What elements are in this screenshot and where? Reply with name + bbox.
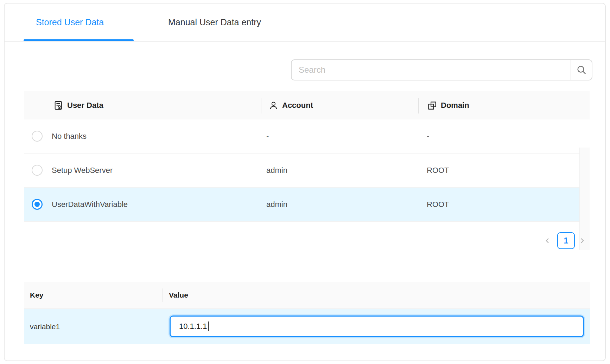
table-body: No thanks - - Setup WebServer admin ROOT… — [24, 119, 590, 222]
user-data-cell: No thanks — [52, 119, 87, 153]
user-data-cell: Setup WebServer — [52, 154, 113, 187]
column-divider — [261, 98, 261, 113]
value-input[interactable]: 10.1.1.1 — [170, 316, 584, 337]
tab-stored-user-data[interactable]: Stored User Data — [36, 4, 104, 41]
column-header-account: Account — [269, 91, 313, 119]
text-cursor — [208, 321, 209, 331]
domain-cell: ROOT — [427, 154, 449, 187]
chevron-right-icon — [578, 237, 586, 245]
chevron-left-icon — [544, 237, 551, 245]
key-cell: variable1 — [30, 309, 60, 344]
table-row-no-thanks[interactable]: No thanks - - — [24, 119, 579, 154]
value-input-text: 10.1.1.1 — [179, 322, 207, 331]
column-header-domain: Domain — [427, 91, 469, 119]
user-data-table: User Data Account Domain — [24, 91, 590, 222]
user-data-cell: UserDataWithVariable — [52, 188, 128, 221]
column-header-value: Value — [169, 282, 188, 308]
column-divider — [163, 288, 163, 302]
search-input[interactable] — [291, 59, 571, 80]
radio-button[interactable] — [32, 165, 43, 176]
search-icon — [576, 64, 587, 76]
tab-label: Stored User Data — [36, 17, 104, 27]
block-icon — [427, 101, 437, 110]
column-title: Account — [282, 101, 313, 110]
previous-page-button[interactable] — [541, 232, 554, 249]
radio-dot — [34, 202, 40, 207]
column-title: Domain — [441, 101, 469, 110]
key-value-table: Key Value variable1 10.1.1.1 — [24, 282, 590, 344]
account-cell: - — [266, 119, 269, 153]
domain-cell: ROOT — [427, 188, 449, 221]
account-cell: admin — [266, 188, 287, 221]
tab-bar: Stored User Data Manual User Data entry — [5, 4, 605, 42]
domain-cell: - — [427, 119, 429, 153]
active-tab-indicator — [24, 39, 134, 41]
search-button[interactable] — [571, 59, 592, 80]
kv-row-variable1: variable1 10.1.1.1 — [24, 309, 590, 344]
radio-button-selected[interactable] — [32, 199, 43, 210]
table-row-setup-webserver[interactable]: Setup WebServer admin ROOT — [24, 154, 579, 188]
page-1-button[interactable]: 1 — [557, 232, 575, 249]
account-cell: admin — [266, 154, 287, 187]
table-header-row: User Data Account Domain — [24, 91, 590, 119]
column-divider — [418, 98, 419, 113]
column-header-key: Key — [30, 282, 44, 308]
kv-header-row: Key Value — [24, 282, 590, 309]
column-header-user-data: User Data — [53, 91, 103, 119]
user-data-panel: Stored User Data Manual User Data entry — [4, 3, 606, 361]
table-row-userdatawithvariable[interactable]: UserDataWithVariable admin ROOT — [24, 188, 579, 222]
radio-button[interactable] — [32, 131, 43, 142]
tab-manual-user-data-entry[interactable]: Manual User Data entry — [168, 4, 261, 41]
tab-label: Manual User Data entry — [168, 17, 261, 27]
next-page-button[interactable] — [576, 232, 589, 249]
search-bar — [291, 59, 592, 80]
solution-icon — [53, 100, 63, 110]
column-title: User Data — [67, 101, 103, 110]
user-icon — [269, 101, 278, 110]
